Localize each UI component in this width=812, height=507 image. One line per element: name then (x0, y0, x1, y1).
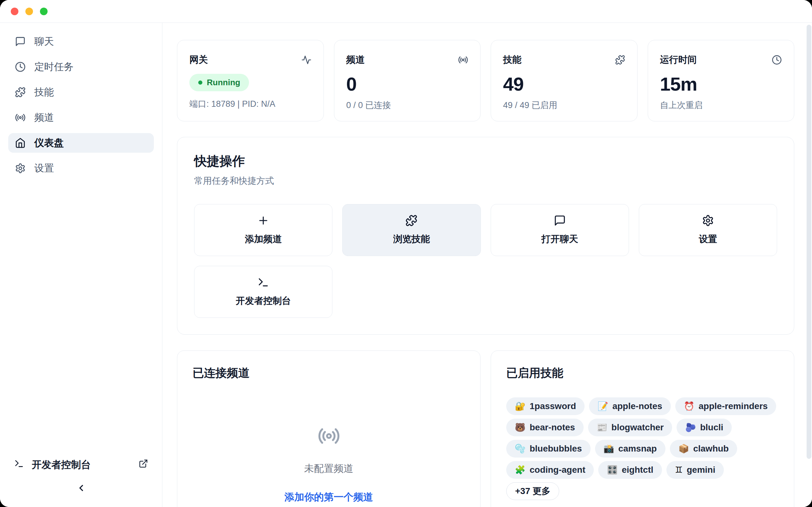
no-channels-text: 未配置频道 (304, 462, 353, 475)
skill-emoji: 🫧 (515, 444, 525, 454)
skill-tag: 📝apple-notes (589, 397, 671, 415)
dashboard-content: 网关 Running 端口: 18789 | PID: N/A 频道 (162, 23, 812, 507)
gateway-card-title: 网关 (189, 54, 208, 66)
status-dot (198, 80, 202, 84)
gateway-detail: 端口: 18789 | PID: N/A (189, 98, 311, 110)
puzzle-icon (14, 87, 26, 98)
sidebar-item-label: 聊天 (34, 35, 54, 48)
gateway-status-badge: Running (189, 74, 249, 91)
sidebar-item-label: 定时任务 (34, 60, 73, 73)
sidebar-item-channels[interactable]: 频道 (8, 108, 154, 127)
skill-emoji: 🔐 (515, 401, 525, 411)
radio-icon (458, 55, 468, 65)
skills-detail: 49 / 49 已启用 (503, 100, 625, 111)
uptime-detail: 自上次重启 (660, 100, 782, 111)
radio-icon (317, 425, 340, 447)
dev-console-link[interactable]: 开发者控制台 (14, 458, 148, 471)
sidebar-item-label: 仪表盘 (34, 136, 64, 150)
skill-emoji: 🧩 (515, 465, 525, 475)
app-window: 聊天 定时任务 技能 (0, 0, 812, 507)
puzzle-icon (615, 55, 625, 65)
radio-icon (14, 112, 26, 123)
more-skills-button[interactable]: +37 更多 (506, 482, 559, 500)
skill-tag: 🔐1password (506, 397, 585, 415)
skill-tag: 📦clawhub (670, 440, 738, 458)
sidebar-item-label: 频道 (34, 111, 54, 124)
channels-count: 0 (346, 73, 468, 95)
connected-channels-title: 已连接频道 (193, 365, 465, 381)
channels-card-title: 频道 (346, 54, 365, 66)
sidebar-item-label: 设置 (34, 162, 54, 175)
quick-actions-title: 快捷操作 (194, 153, 777, 170)
skill-tag: 📰blogwatcher (588, 418, 672, 436)
uptime-value: 15m (660, 73, 782, 95)
terminal-icon (257, 276, 269, 288)
gear-icon (14, 163, 26, 174)
skill-emoji: ♊ (675, 465, 682, 475)
skill-emoji: 🫐 (685, 422, 696, 433)
dev-console-label: 开发者控制台 (32, 458, 91, 471)
chat-icon (554, 215, 566, 227)
skills-count: 49 (503, 73, 625, 95)
chevron-left-icon (76, 483, 86, 493)
sidebar-item-settings[interactable]: 设置 (8, 158, 154, 178)
open-chat-button[interactable]: 打开聊天 (491, 204, 629, 256)
gear-icon (702, 215, 714, 227)
skill-emoji: 🐻 (515, 422, 525, 433)
skill-tag: 🎛️eightctl (598, 461, 662, 479)
sidebar-item-skills[interactable]: 技能 (8, 82, 154, 102)
skill-tag: 🧩coding-agent (506, 461, 594, 479)
quick-actions-subtitle: 常用任务和快捷方式 (194, 175, 777, 187)
channels-card: 频道 0 0 / 0 已连接 (334, 40, 481, 121)
gateway-card: 网关 Running 端口: 18789 | PID: N/A (177, 40, 324, 121)
skills-card: 技能 49 49 / 49 已启用 (491, 40, 638, 121)
skill-tag: ♊gemini (666, 461, 724, 479)
sidebar-item-chat[interactable]: 聊天 (8, 32, 154, 51)
close-button[interactable] (11, 8, 18, 15)
chat-icon (14, 36, 26, 47)
uptime-card-title: 运行时间 (660, 54, 697, 66)
minimize-button[interactable] (26, 8, 33, 15)
scrollbar-thumb[interactable] (807, 25, 811, 459)
quick-actions-panel: 快捷操作 常用任务和快捷方式 添加频道 浏览技能 打开聊天 (177, 137, 794, 335)
skill-tag: 🐻bear-notes (506, 418, 583, 436)
skill-emoji: 📦 (678, 444, 689, 454)
sidebar-item-dashboard[interactable]: 仪表盘 (8, 133, 154, 153)
browse-skills-button[interactable]: 浏览技能 (342, 204, 480, 256)
add-channel-button[interactable]: 添加频道 (194, 204, 333, 256)
zoom-button[interactable] (40, 8, 48, 15)
external-link-icon (139, 459, 148, 471)
sidebar: 聊天 定时任务 技能 (0, 23, 162, 507)
skill-tag: 🫐blucli (676, 418, 732, 436)
settings-button[interactable]: 设置 (639, 204, 777, 256)
puzzle-icon (405, 215, 417, 227)
skill-tag: 🫧bluebubbles (506, 440, 591, 458)
skill-emoji: 📰 (597, 422, 607, 433)
skill-emoji: 📸 (604, 444, 614, 454)
skill-emoji: 🎛️ (607, 465, 618, 475)
plus-icon (257, 215, 269, 227)
uptime-card: 运行时间 15m 自上次重启 (648, 40, 795, 121)
sidebar-item-label: 技能 (34, 86, 54, 99)
clock-icon (772, 55, 782, 65)
connected-channels-card: 已连接频道 未配置频道 添加你的第一个频道 (177, 350, 480, 507)
skill-tag: ⏰apple-reminders (675, 397, 776, 415)
enabled-skills-title: 已启用技能 (506, 365, 779, 381)
enabled-skills-card: 已启用技能 🔐1password 📝apple-notes ⏰apple-rem… (491, 350, 794, 507)
titlebar (0, 0, 812, 23)
sidebar-item-scheduled-tasks[interactable]: 定时任务 (8, 57, 154, 77)
channels-detail: 0 / 0 已连接 (346, 100, 468, 111)
activity-icon (301, 55, 311, 65)
skill-tag: 📸camsnap (595, 440, 665, 458)
skill-emoji: 📝 (598, 401, 608, 411)
skills-card-title: 技能 (503, 54, 521, 66)
home-icon (14, 137, 26, 149)
add-first-channel-link[interactable]: 添加你的第一个频道 (285, 491, 373, 504)
skill-emoji: ⏰ (684, 401, 695, 411)
collapse-sidebar-button[interactable] (76, 483, 86, 494)
dev-console-button[interactable]: 开发者控制台 (194, 266, 333, 318)
terminal-icon (14, 458, 24, 471)
clock-icon (14, 61, 26, 72)
